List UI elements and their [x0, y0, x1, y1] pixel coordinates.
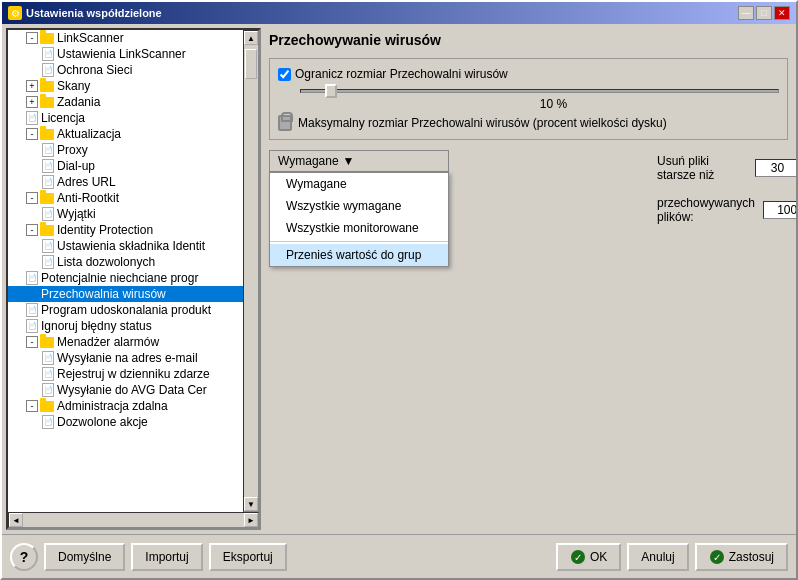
sidebar-item-linkscanner[interactable]: - LinkScanner: [8, 30, 243, 46]
virus-storage-section: Ogranicz rozmiar Przechowalni wirusów 10…: [269, 58, 788, 140]
sidebar-label: Wysyłanie na adres e-mail: [57, 351, 198, 365]
toggle-menedzer[interactable]: -: [26, 336, 38, 348]
folder-icon: [40, 129, 54, 140]
doc-icon: 📄: [26, 319, 38, 333]
toggle-administracja[interactable]: -: [26, 400, 38, 412]
menu-item-wszystkie-monitorowane[interactable]: Wszystkie monitorowane: [270, 217, 448, 239]
main-window: ⚙ Ustawienia współdzielone — □ ✕ - LinkS…: [0, 0, 798, 580]
sidebar-scrollbar[interactable]: ▲ ▼: [243, 30, 259, 512]
checkbox-label: Ogranicz rozmiar Przechowalni wirusów: [295, 67, 508, 81]
maxfiles-value-input[interactable]: [763, 201, 796, 219]
sidebar-item-aktualizacja[interactable]: - Aktualizacja: [8, 126, 243, 142]
cancel-button[interactable]: Anuluj: [627, 543, 688, 571]
sidebar-label: Wyjątki: [57, 207, 96, 221]
sidebar-item-wysylanie-avg[interactable]: 📄 Wysyłanie do AVG Data Cer: [8, 382, 243, 398]
sidebar-item-dial-up[interactable]: 📄 Dial-up: [8, 158, 243, 174]
delete-spinner: ▲ ▼: [755, 159, 796, 177]
scroll-right-button[interactable]: ►: [244, 513, 258, 527]
slider-thumb[interactable]: [325, 84, 337, 98]
default-label: Domyślne: [58, 550, 111, 564]
menu-item-wszystkie-wymagane[interactable]: Wszystkie wymagane: [270, 195, 448, 217]
sidebar-item-potencjalnie[interactable]: 📄 Potencjalnie niechciane progr: [8, 270, 243, 286]
scroll-track-h: [23, 516, 244, 524]
title-bar: ⚙ Ustawienia współdzielone — □ ✕: [2, 2, 796, 24]
default-button[interactable]: Domyślne: [44, 543, 125, 571]
sidebar-label: Ustawienia składnika Identit: [57, 239, 205, 253]
sidebar-item-program-udoskonalania[interactable]: 📄 Program udoskonalania produkt: [8, 302, 243, 318]
sidebar-item-przechowalnia[interactable]: Przechowalnia wirusów: [8, 286, 243, 302]
toggle-identity[interactable]: -: [26, 224, 38, 236]
sidebar-item-wyjatki[interactable]: 📄 Wyjątki: [8, 206, 243, 222]
sidebar-item-zadania[interactable]: + Zadania: [8, 94, 243, 110]
sidebar-label: Potencjalnie niechciane progr: [41, 271, 198, 285]
sidebar-item-skany[interactable]: + Skany: [8, 78, 243, 94]
scroll-up-button[interactable]: ▲: [244, 31, 258, 45]
sidebar-item-licencja[interactable]: 📄 Licencja: [8, 110, 243, 126]
sidebar-label: Identity Protection: [57, 223, 153, 237]
scroll-thumb[interactable]: [245, 49, 257, 79]
sidebar-item-adres-url[interactable]: 📄 Adres URL: [8, 174, 243, 190]
sidebar-label: Ustawienia LinkScanner: [57, 47, 186, 61]
close-button[interactable]: ✕: [774, 6, 790, 20]
sidebar-item-menedzer[interactable]: - Menadżer alarmów: [8, 334, 243, 350]
sidebar-inner: - LinkScanner 📄 Ustawienia LinkScanner 📄…: [8, 30, 259, 512]
limit-checkbox[interactable]: [278, 68, 291, 81]
sidebar-label: Administracja zdalna: [57, 399, 168, 413]
maximize-button[interactable]: □: [756, 6, 772, 20]
slider-track[interactable]: [300, 89, 779, 93]
sidebar-item-ustawienia-linkscanner[interactable]: 📄 Ustawienia LinkScanner: [8, 46, 243, 62]
sidebar-item-rejestruj[interactable]: 📄 Rejestruj w dzienniku zdarze: [8, 366, 243, 382]
ok-button[interactable]: ✓ OK: [556, 543, 621, 571]
folder-icon: [40, 193, 54, 204]
sidebar: - LinkScanner 📄 Ustawienia LinkScanner 📄…: [6, 28, 261, 530]
sidebar-label: LinkScanner: [57, 31, 124, 45]
sidebar-item-wysylanie-email[interactable]: 📄 Wysyłanie na adres e-mail: [8, 350, 243, 366]
context-trigger-label: Wymagane: [278, 154, 339, 168]
scroll-down-button[interactable]: ▼: [244, 497, 258, 511]
sidebar-item-proxy[interactable]: 📄 Proxy: [8, 142, 243, 158]
menu-item-label: Wszystkie monitorowane: [286, 221, 419, 235]
sidebar-label: Adres URL: [57, 175, 116, 189]
toggle-aktualizacja[interactable]: -: [26, 128, 38, 140]
content-area: - LinkScanner 📄 Ustawienia LinkScanner 📄…: [2, 24, 796, 534]
sidebar-item-ustawienia-skladnika[interactable]: 📄 Ustawienia składnika Identit: [8, 238, 243, 254]
sidebar-item-ignoruj[interactable]: 📄 Ignoruj błędny status: [8, 318, 243, 334]
sidebar-label: Zadania: [57, 95, 100, 109]
delete-row: Usuń pliki starsze niż ▲ ▼ d.: [657, 154, 796, 182]
sidebar-horizontal-scrollbar[interactable]: ◄ ►: [8, 512, 259, 528]
sidebar-item-lista-dozwolonych[interactable]: 📄 Lista dozwolonych: [8, 254, 243, 270]
toggle-zadania[interactable]: +: [26, 96, 38, 108]
doc-icon: 📄: [42, 63, 54, 77]
delete-value-input[interactable]: [755, 159, 796, 177]
folder-icon: [40, 401, 54, 412]
sidebar-label: Proxy: [57, 143, 88, 157]
sidebar-label: Dial-up: [57, 159, 95, 173]
panel-title: Przechowywanie wirusów: [269, 32, 788, 48]
minimize-button[interactable]: —: [738, 6, 754, 20]
menu-item-przenies[interactable]: Przenieś wartość do grup: [270, 244, 448, 266]
apply-button[interactable]: ✓ Zastosuj: [695, 543, 788, 571]
sidebar-item-dozwolone[interactable]: 📄 Dozwolone akcje: [8, 414, 243, 430]
import-button[interactable]: Importuj: [131, 543, 202, 571]
sidebar-item-administracja[interactable]: - Administracja zdalna: [8, 398, 243, 414]
context-trigger-button[interactable]: Wymagane ▼: [269, 150, 449, 172]
sidebar-label: Rejestruj w dzienniku zdarze: [57, 367, 210, 381]
doc-icon: 📄: [26, 271, 38, 285]
menu-item-label: Wymagane: [286, 177, 347, 191]
sidebar-item-anti-rootkit[interactable]: - Anti-Rootkit: [8, 190, 243, 206]
sidebar-label: Anti-Rootkit: [57, 191, 119, 205]
menu-item-wymagane[interactable]: Wymagane: [270, 173, 448, 195]
toggle-skany[interactable]: +: [26, 80, 38, 92]
doc-icon: 📄: [42, 175, 54, 189]
window-title: Ustawienia współdzielone: [26, 7, 162, 19]
sidebar-item-ochrona-sieci[interactable]: 📄 Ochrona Sieci: [8, 62, 243, 78]
scroll-left-button[interactable]: ◄: [9, 513, 23, 527]
sidebar-item-identity-protection[interactable]: - Identity Protection: [8, 222, 243, 238]
doc-icon: 📄: [42, 367, 54, 381]
export-button[interactable]: Eksportuj: [209, 543, 287, 571]
help-button[interactable]: ?: [10, 543, 38, 571]
toggle-anti-rootkit[interactable]: -: [26, 192, 38, 204]
sidebar-label: Dozwolone akcje: [57, 415, 148, 429]
toggle-linkscanner[interactable]: -: [26, 32, 38, 44]
ok-label: OK: [590, 550, 607, 564]
